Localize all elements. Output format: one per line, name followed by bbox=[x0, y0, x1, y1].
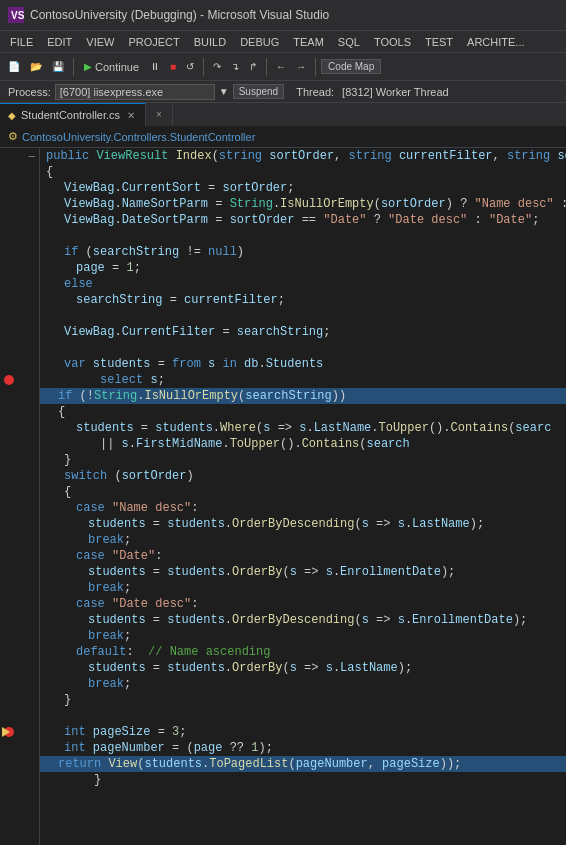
gutter-line-18 bbox=[0, 420, 39, 436]
suspend-button[interactable]: Suspend bbox=[233, 84, 284, 99]
toolbar-stepout[interactable]: ↱ bbox=[245, 59, 261, 74]
process-dropdown[interactable]: ▼ bbox=[219, 86, 229, 97]
gutter-line-15 bbox=[0, 372, 39, 388]
gutter-line-28 bbox=[0, 580, 39, 596]
code-editor[interactable]: public ViewResult Index(string sortOrder… bbox=[40, 148, 566, 845]
continue-label: Continue bbox=[95, 61, 139, 73]
gutter-line-6 bbox=[0, 228, 39, 244]
breadcrumb: ⚙ ContosoUniversity.Controllers.StudentC… bbox=[0, 126, 566, 148]
editor: ─ bbox=[0, 148, 566, 845]
gutter-line-36 bbox=[0, 708, 39, 724]
code-line-6 bbox=[40, 228, 566, 244]
gutter-line-38 bbox=[0, 740, 39, 756]
toolbar-forward[interactable]: → bbox=[292, 59, 310, 74]
toolbar-stop[interactable]: ■ bbox=[166, 59, 180, 74]
code-line-30: students = students.OrderByDescending(s … bbox=[40, 612, 566, 628]
gutter-line-30 bbox=[0, 612, 39, 628]
tab-label: StudentController.cs bbox=[21, 109, 120, 121]
toolbar-stepover[interactable]: ↷ bbox=[209, 59, 225, 74]
title-bar: VS ContosoUniversity (Debugging) - Micro… bbox=[0, 0, 566, 30]
code-line-25: break; bbox=[40, 532, 566, 548]
code-line-37: int pageSize = 3; bbox=[40, 724, 566, 740]
gutter-line-12 bbox=[0, 324, 39, 340]
gutter-line-24 bbox=[0, 516, 39, 532]
code-line-29: case "Date desc": bbox=[40, 596, 566, 612]
toolbar-save[interactable]: 💾 bbox=[48, 59, 68, 74]
continue-button[interactable]: ▶ Continue bbox=[79, 59, 144, 75]
gutter-line-4 bbox=[0, 196, 39, 212]
code-line-33: students = students.OrderBy(s => s.LastN… bbox=[40, 660, 566, 676]
svg-text:VS: VS bbox=[11, 10, 24, 21]
menu-test[interactable]: TEST bbox=[419, 34, 459, 50]
gutter-line-9 bbox=[0, 276, 39, 292]
code-line-3: ViewBag.CurrentSort = sortOrder; bbox=[40, 180, 566, 196]
gutter-line-29 bbox=[0, 596, 39, 612]
play-icon: ▶ bbox=[84, 61, 92, 72]
tab-close-inactive[interactable]: × bbox=[154, 108, 164, 121]
process-input[interactable] bbox=[55, 84, 215, 100]
menu-file[interactable]: FILE bbox=[4, 34, 39, 50]
code-line-39: return View(students.ToPagedList(pageNum… bbox=[40, 756, 566, 772]
code-line-4: ViewBag.NameSortParm = String.IsNullOrEm… bbox=[40, 196, 566, 212]
toolbar-new[interactable]: 📄 bbox=[4, 59, 24, 74]
tab-other[interactable]: × bbox=[146, 103, 173, 126]
toolbar: 📄 📂 💾 ▶ Continue ⏸ ■ ↺ ↷ ↴ ↱ ← → Code Ma… bbox=[0, 52, 566, 80]
code-line-9: else bbox=[40, 276, 566, 292]
gutter-line-21 bbox=[0, 468, 39, 484]
menu-edit[interactable]: EDIT bbox=[41, 34, 78, 50]
toolbar-sep2 bbox=[203, 58, 204, 76]
code-line-16: if (!String.IsNullOrEmpty(searchString)) bbox=[40, 388, 566, 404]
menu-build[interactable]: BUILD bbox=[188, 34, 232, 50]
gutter-line-2 bbox=[0, 164, 39, 180]
toolbar-sep1 bbox=[73, 58, 74, 76]
tab-close-active[interactable]: ✕ bbox=[125, 109, 137, 122]
gutter-line-13 bbox=[0, 340, 39, 356]
toolbar-back[interactable]: ← bbox=[272, 59, 290, 74]
code-line-36 bbox=[40, 708, 566, 724]
menu-tools[interactable]: TOOLS bbox=[368, 34, 417, 50]
code-line-40: } bbox=[40, 772, 566, 788]
thread-value: [8312] Worker Thread bbox=[342, 86, 449, 98]
menu-bar: FILE EDIT VIEW PROJECT BUILD DEBUG TEAM … bbox=[0, 30, 566, 52]
menu-project[interactable]: PROJECT bbox=[122, 34, 185, 50]
code-line-23: case "Name desc": bbox=[40, 500, 566, 516]
gutter-line-35 bbox=[0, 692, 39, 708]
code-line-34: break; bbox=[40, 676, 566, 692]
code-line-21: switch (sortOrder) bbox=[40, 468, 566, 484]
code-line-8: page = 1; bbox=[40, 260, 566, 276]
code-map-button[interactable]: Code Map bbox=[321, 59, 381, 74]
gutter-line-20 bbox=[0, 452, 39, 468]
code-line-7: if (searchString != null) bbox=[40, 244, 566, 260]
code-line-26: case "Date": bbox=[40, 548, 566, 564]
collapse-btn-1[interactable]: ─ bbox=[29, 151, 35, 161]
code-line-18: students = students.Where(s => s.LastNam… bbox=[40, 420, 566, 436]
breadcrumb-icon: ⚙ bbox=[8, 130, 18, 143]
code-line-38: int pageNumber = (page ?? 1); bbox=[40, 740, 566, 756]
gutter-line-22 bbox=[0, 484, 39, 500]
code-line-17: { bbox=[40, 404, 566, 420]
menu-debug[interactable]: DEBUG bbox=[234, 34, 285, 50]
gutter-line-27 bbox=[0, 564, 39, 580]
toolbar-stepinto[interactable]: ↴ bbox=[227, 59, 243, 74]
gutter-line-31 bbox=[0, 628, 39, 644]
menu-view[interactable]: VIEW bbox=[80, 34, 120, 50]
vs-icon: VS bbox=[8, 7, 24, 23]
code-line-12: ViewBag.CurrentFilter = searchString; bbox=[40, 324, 566, 340]
window-title: ContosoUniversity (Debugging) - Microsof… bbox=[30, 8, 329, 22]
code-line-35: } bbox=[40, 692, 566, 708]
tab-bar: ◆ StudentController.cs ✕ × bbox=[0, 102, 566, 126]
menu-arch[interactable]: ARCHITE... bbox=[461, 34, 530, 50]
thread-label: Thread: bbox=[296, 86, 334, 98]
gutter-line-19 bbox=[0, 436, 39, 452]
process-bar: Process: ▼ Suspend Thread: [8312] Worker… bbox=[0, 80, 566, 102]
toolbar-open[interactable]: 📂 bbox=[26, 59, 46, 74]
gutter-line-3 bbox=[0, 180, 39, 196]
menu-team[interactable]: TEAM bbox=[287, 34, 330, 50]
gutter-line-7 bbox=[0, 244, 39, 260]
toolbar-pause[interactable]: ⏸ bbox=[146, 59, 164, 74]
toolbar-restart[interactable]: ↺ bbox=[182, 59, 198, 74]
gutter-line-34 bbox=[0, 676, 39, 692]
code-line-10: searchString = currentFilter; bbox=[40, 292, 566, 308]
menu-sql[interactable]: SQL bbox=[332, 34, 366, 50]
tab-studentcontroller[interactable]: ◆ StudentController.cs ✕ bbox=[0, 103, 146, 126]
